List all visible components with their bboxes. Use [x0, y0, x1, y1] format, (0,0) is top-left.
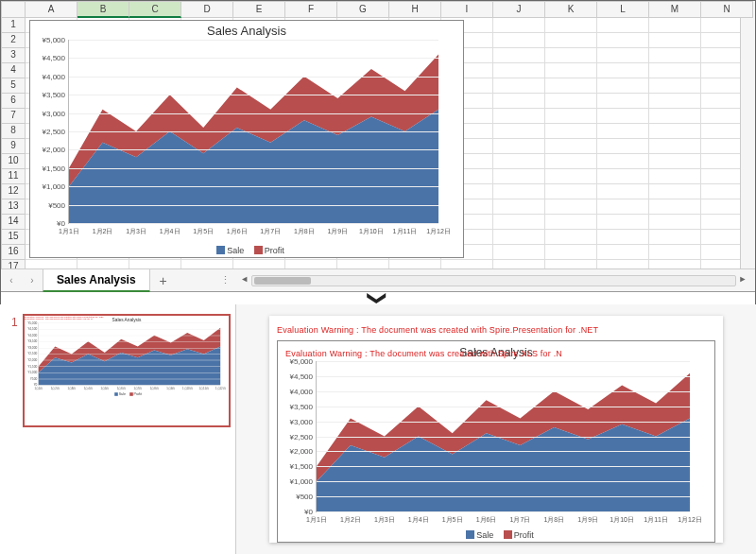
cell[interactable]: [493, 78, 545, 94]
cell[interactable]: [545, 154, 597, 169]
cell[interactable]: [493, 215, 545, 230]
select-all-corner[interactable]: [1, 1, 26, 18]
cell[interactable]: [649, 94, 701, 109]
column-header-H[interactable]: H: [389, 1, 441, 18]
scroll-right-button[interactable]: ►: [736, 274, 749, 287]
row-header-7[interactable]: 7: [1, 109, 26, 124]
cell[interactable]: [649, 230, 701, 245]
cell[interactable]: [493, 169, 545, 184]
cell[interactable]: [493, 94, 545, 109]
cell[interactable]: [649, 63, 701, 78]
row-header-8[interactable]: 8: [1, 124, 26, 139]
cell[interactable]: [597, 18, 649, 33]
cell[interactable]: [649, 124, 701, 139]
horizontal-scrollbar[interactable]: ⋮ ◄ ►: [215, 274, 755, 287]
cell[interactable]: [597, 169, 649, 184]
cell[interactable]: [545, 230, 597, 245]
cell[interactable]: [493, 139, 545, 154]
cell[interactable]: [649, 215, 701, 230]
cell[interactable]: [649, 18, 701, 33]
row-header-15[interactable]: 15: [1, 230, 26, 245]
cell[interactable]: [649, 33, 701, 48]
cell[interactable]: [545, 63, 597, 78]
row-header-2[interactable]: 2: [1, 33, 26, 48]
row-header-11[interactable]: 11: [1, 169, 26, 184]
cell[interactable]: [597, 94, 649, 109]
cell[interactable]: [649, 154, 701, 169]
column-header-E[interactable]: E: [233, 1, 285, 18]
row-header-9[interactable]: 9: [1, 139, 26, 154]
cell[interactable]: [545, 199, 597, 215]
cell[interactable]: [597, 184, 649, 199]
add-sheet-button[interactable]: +: [150, 273, 177, 288]
cell[interactable]: [493, 245, 545, 260]
cell[interactable]: [597, 230, 649, 245]
cell[interactable]: [597, 78, 649, 94]
cell[interactable]: [649, 245, 701, 260]
tab-nav-prev[interactable]: ‹: [1, 270, 22, 291]
cell[interactable]: [597, 139, 649, 154]
cell[interactable]: [545, 33, 597, 48]
embedded-chart[interactable]: Sales Analysis ¥0¥500¥1,000¥1,500¥2,000¥…: [29, 20, 464, 258]
sheet-tab-active[interactable]: Sales Analysis: [43, 268, 150, 292]
scroll-left-button[interactable]: ◄: [238, 274, 251, 287]
cell[interactable]: [545, 139, 597, 154]
cell[interactable]: [649, 184, 701, 199]
column-header-K[interactable]: K: [545, 1, 597, 18]
cell[interactable]: [493, 18, 545, 33]
row-header-16[interactable]: 16: [1, 245, 26, 260]
cell[interactable]: [493, 48, 545, 63]
column-header-M[interactable]: M: [649, 1, 701, 18]
cell[interactable]: [649, 109, 701, 124]
column-header-A[interactable]: A: [26, 1, 77, 18]
cell[interactable]: [649, 48, 701, 63]
column-header-B[interactable]: B: [77, 1, 129, 18]
cell[interactable]: [597, 245, 649, 260]
cell[interactable]: [545, 78, 597, 94]
column-header-C[interactable]: C: [129, 1, 181, 18]
column-header-G[interactable]: G: [337, 1, 389, 18]
cell[interactable]: [493, 199, 545, 215]
cell[interactable]: [545, 124, 597, 139]
row-header-3[interactable]: 3: [1, 48, 26, 63]
row-header-12[interactable]: 12: [1, 184, 26, 199]
cell[interactable]: [649, 199, 701, 215]
cell[interactable]: [597, 199, 649, 215]
vertical-scrollbar[interactable]: [740, 18, 755, 268]
embedded-chart[interactable]: Evaluation Warning : The document was cr…: [277, 340, 715, 543]
cell[interactable]: [493, 154, 545, 169]
column-header-F[interactable]: F: [285, 1, 337, 18]
row-header-1[interactable]: 1: [1, 18, 26, 33]
cell[interactable]: [597, 124, 649, 139]
scroll-thumb[interactable]: [254, 277, 311, 285]
row-header-13[interactable]: 13: [1, 199, 26, 215]
cell[interactable]: [493, 109, 545, 124]
cell[interactable]: [597, 33, 649, 48]
cell[interactable]: [649, 169, 701, 184]
cell[interactable]: [597, 109, 649, 124]
slide-thumbnail[interactable]: 1 Evaluation Warning : The document was …: [23, 314, 231, 427]
cell[interactable]: [597, 215, 649, 230]
cell[interactable]: [493, 33, 545, 48]
slide[interactable]: Evaluation Warning : The document was cr…: [269, 316, 723, 543]
column-header-N[interactable]: N: [701, 1, 753, 18]
cell[interactable]: [597, 48, 649, 63]
cell[interactable]: [493, 230, 545, 245]
cell[interactable]: [545, 184, 597, 199]
row-header-10[interactable]: 10: [1, 154, 26, 169]
cell[interactable]: [545, 245, 597, 260]
cell[interactable]: [545, 169, 597, 184]
column-header-D[interactable]: D: [181, 1, 233, 18]
column-header-L[interactable]: L: [597, 1, 649, 18]
tab-nav-next[interactable]: ›: [22, 270, 43, 291]
column-header-J[interactable]: J: [493, 1, 545, 18]
cell[interactable]: [597, 63, 649, 78]
cell[interactable]: [545, 109, 597, 124]
cell[interactable]: [597, 154, 649, 169]
row-header-6[interactable]: 6: [1, 94, 26, 109]
cell[interactable]: [493, 63, 545, 78]
cell[interactable]: [493, 124, 545, 139]
row-header-4[interactable]: 4: [1, 63, 26, 78]
column-header-I[interactable]: I: [441, 1, 493, 18]
cell[interactable]: [545, 48, 597, 63]
